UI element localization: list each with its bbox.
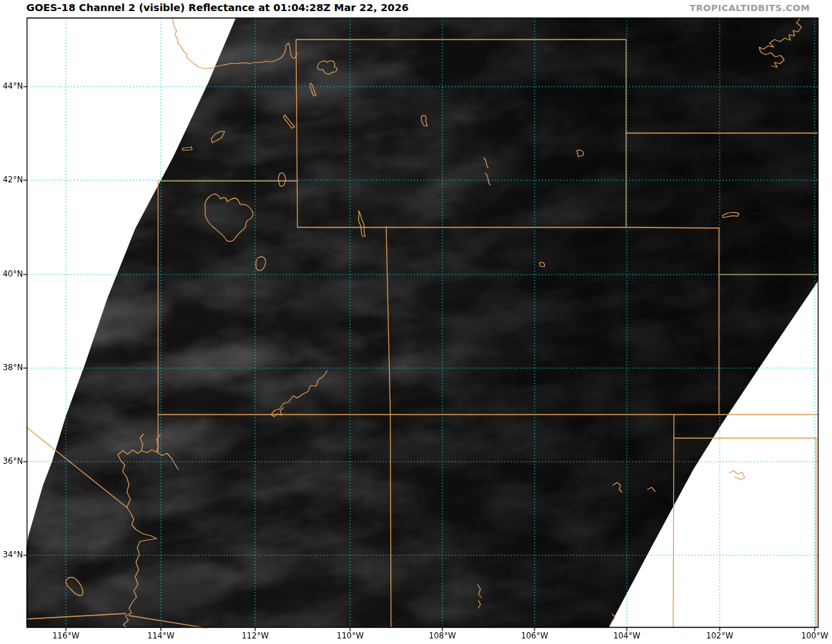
lon-tick-label: 112°W <box>234 631 277 641</box>
lon-tick-label: 106°W <box>513 631 556 641</box>
lat-tick-label: 42°N <box>1 175 23 185</box>
satellite-figure: GOES-18 Channel 2 (visible) Reflectance … <box>0 0 832 644</box>
lat-tick-label: 34°N <box>1 550 23 560</box>
satellite-swath <box>0 0 832 644</box>
river-canadian <box>729 471 745 480</box>
lon-tick-label: 116°W <box>44 631 87 641</box>
lat-tick-label: 44°N <box>1 81 23 92</box>
lon-tick-label: 104°W <box>605 631 648 641</box>
lon-tick-label: 102°W <box>698 631 741 641</box>
satellite-map-image[interactable] <box>0 0 832 644</box>
lat-tick-label: 36°N <box>1 456 23 467</box>
lon-tick-label: 100°W <box>793 631 832 641</box>
lon-tick-label: 110°W <box>329 631 372 641</box>
lat-tick-label: 38°N <box>1 363 23 373</box>
lon-tick-label: 114°W <box>139 631 182 641</box>
lat-tick-label: 40°N <box>1 269 23 279</box>
lon-tick-label: 108°W <box>421 631 464 641</box>
